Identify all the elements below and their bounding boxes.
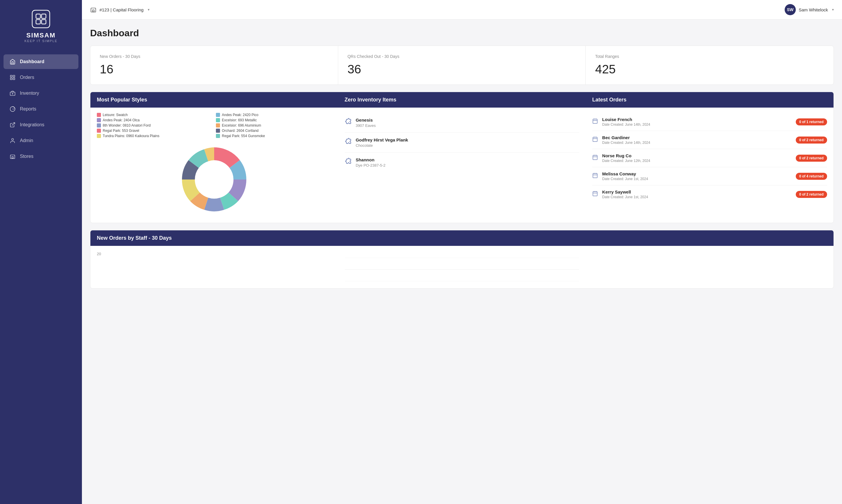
- legend-item-9: Regal Park: 554 Gunsmoke: [216, 134, 332, 138]
- legend-item-1: Andes Peak: 2420 Pico: [216, 113, 332, 117]
- logo-text: SIMSAM: [26, 32, 56, 39]
- legend-dot-3: [216, 118, 220, 122]
- home-icon: [10, 58, 16, 65]
- legend-grid: Leisure: Swatch Andes Peak: 2420 Pico An…: [97, 113, 332, 138]
- reports-icon: [10, 106, 16, 112]
- sidebar-item-label: Stores: [20, 154, 33, 159]
- nav-menu: Dashboard Orders Inventory Reports Integ…: [0, 54, 82, 165]
- svg-rect-31: [593, 173, 597, 178]
- legend-label-0: Leisure: Swatch: [103, 113, 127, 117]
- store-selector[interactable]: #123 | Capital Flooring ▾: [90, 6, 150, 13]
- order-name-4: Kerry Saywell: [602, 190, 791, 194]
- order-info-3: Melissa Conway Date Created: June 1st, 2…: [602, 171, 791, 181]
- order-name-0: Louise French: [602, 117, 791, 122]
- order-info-0: Louise French Date Created: June 14th, 2…: [602, 117, 791, 127]
- stat-label-qr: QRs Checked Out - 30 Days: [348, 54, 576, 59]
- legend-label-1: Andes Peak: 2420 Pico: [222, 113, 258, 117]
- sidebar-item-inventory[interactable]: Inventory: [3, 86, 78, 101]
- zero-inventory-card: Zero Inventory Items Genesis 3907 Eaves: [338, 92, 586, 223]
- logo-sub: KEEP IT SIMPLE: [24, 39, 57, 43]
- header: #123 | Capital Flooring ▾ SW Sam Whitelo…: [82, 0, 842, 20]
- legend-label-6: Regal Park: 553 Gravel: [103, 129, 139, 133]
- svg-rect-23: [593, 137, 597, 142]
- inv-name-1: Godfrey Hirst Vega Plank: [356, 138, 408, 142]
- order-date-1: Date Created: June 14th, 2024: [602, 141, 791, 145]
- popular-styles-body: Leisure: Swatch Andes Peak: 2420 Pico An…: [90, 108, 338, 223]
- latest-orders-body: Louise French Date Created: June 14th, 2…: [586, 108, 834, 209]
- chevron-down-icon: ▾: [148, 7, 150, 12]
- order-item-3[interactable]: Melissa Conway Date Created: June 1st, 2…: [592, 167, 827, 185]
- latest-orders-header: Latest Orders: [586, 92, 834, 108]
- chevron-down-icon: ▾: [832, 7, 834, 12]
- inventory-item-1: Godfrey Hirst Vega Plank Chocolate: [345, 133, 580, 152]
- svg-rect-16: [12, 157, 14, 159]
- admin-icon: [10, 138, 16, 144]
- y-axis-label: 20: [97, 252, 827, 256]
- inventory-info-1: Godfrey Hirst Vega Plank Chocolate: [356, 138, 408, 148]
- order-name-2: Norse Rug Co: [602, 153, 791, 158]
- stat-value-ranges: 425: [595, 62, 824, 76]
- puzzle-icon-0: [345, 118, 352, 127]
- order-date-2: Date Created: June 12th, 2024: [602, 159, 791, 163]
- svg-rect-1: [36, 14, 40, 18]
- stat-label-orders: New Orders - 30 Days: [100, 54, 329, 59]
- stat-label-ranges: Total Ranges: [595, 54, 824, 59]
- sidebar-item-label: Reports: [20, 106, 36, 112]
- zero-inventory-body: Genesis 3907 Eaves Godfrey Hirst Vega Pl…: [338, 108, 586, 177]
- order-item-1[interactable]: Bec Gardiner Date Created: June 14th, 20…: [592, 131, 827, 149]
- stat-value-orders: 16: [100, 62, 329, 76]
- legend-label-2: Andes Peak: 2404 Olca: [103, 118, 140, 122]
- store-name: #123 | Capital Flooring: [100, 7, 144, 12]
- svg-rect-17: [92, 10, 94, 12]
- staff-chart-area: 20: [90, 246, 834, 288]
- staff-orders-header: New Orders by Staff - 30 Days: [90, 230, 834, 246]
- order-info-4: Kerry Saywell Date Created: June 1st, 20…: [602, 190, 791, 199]
- legend-label-4: 8th Wonder: 0810 Anatori Ford: [103, 123, 151, 127]
- order-item-4[interactable]: Kerry Saywell Date Created: June 1st, 20…: [592, 185, 827, 203]
- legend-item-4: 8th Wonder: 0810 Anatori Ford: [97, 123, 212, 127]
- sidebar-item-reports[interactable]: Reports: [3, 102, 78, 116]
- puzzle-icon-2: [345, 158, 352, 166]
- sidebar-item-label: Orders: [20, 75, 34, 80]
- svg-rect-19: [593, 119, 597, 123]
- zero-inventory-header: Zero Inventory Items: [338, 92, 586, 108]
- sidebar-item-integrations[interactable]: Integrations: [3, 118, 78, 132]
- user-menu[interactable]: SW Sam Whitelock ▾: [785, 4, 834, 15]
- legend-label-5: Excelsior: 696 Aluminium: [222, 123, 261, 127]
- svg-rect-3: [36, 20, 40, 24]
- sidebar-item-admin[interactable]: Admin: [3, 133, 78, 148]
- legend-item-6: Regal Park: 553 Gravel: [97, 129, 212, 133]
- sidebar-item-dashboard[interactable]: Dashboard: [3, 54, 78, 69]
- inv-sub-1: Chocolate: [356, 143, 408, 148]
- legend-label-8: Tundra Plains: 0960 Kaikoura Plains: [103, 134, 159, 138]
- sidebar: SIMSAM KEEP IT SIMPLE Dashboard Orders I…: [0, 0, 82, 504]
- sidebar-item-stores[interactable]: Stores: [3, 149, 78, 164]
- stat-card-ranges: Total Ranges 425: [586, 46, 834, 85]
- page-body: Dashboard New Orders - 30 Days 16 QRs Ch…: [82, 20, 842, 297]
- svg-rect-7: [11, 78, 12, 80]
- legend-label-9: Regal Park: 554 Gunsmoke: [222, 134, 265, 138]
- sidebar-item-orders[interactable]: Orders: [3, 70, 78, 85]
- sidebar-item-label: Dashboard: [20, 59, 45, 64]
- inv-sub-2: Dye PO-2387-5-2: [356, 163, 386, 167]
- legend-dot-6: [97, 129, 101, 133]
- legend-item-2: Andes Peak: 2404 Olca: [97, 118, 212, 122]
- legend-item-0: Leisure: Swatch: [97, 113, 212, 117]
- order-badge-4: 0 of 2 returned: [796, 191, 827, 198]
- order-date-0: Date Created: June 14th, 2024: [602, 123, 791, 127]
- calendar-icon-2: [592, 154, 598, 162]
- calendar-icon-0: [592, 118, 598, 125]
- legend-item-7: Orchard: 2604 Cortland: [216, 129, 332, 133]
- calendar-icon-3: [592, 173, 598, 180]
- legend-dot-4: [97, 123, 101, 127]
- order-item-2[interactable]: Norse Rug Co Date Created: June 12th, 20…: [592, 149, 827, 167]
- order-item-0[interactable]: Louise French Date Created: June 14th, 2…: [592, 113, 827, 131]
- inv-sub-0: 3907 Eaves: [356, 123, 376, 128]
- svg-rect-8: [13, 78, 15, 80]
- legend-dot-5: [216, 123, 220, 127]
- svg-point-18: [197, 162, 232, 197]
- puzzle-icon-1: [345, 138, 352, 146]
- stats-row: New Orders - 30 Days 16 QRs Checked Out …: [90, 46, 834, 85]
- svg-rect-6: [13, 75, 15, 77]
- order-badge-0: 0 of 1 returned: [796, 119, 827, 125]
